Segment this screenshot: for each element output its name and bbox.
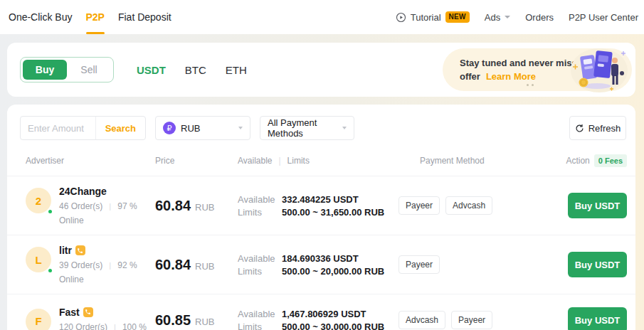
online-status: Online — [59, 275, 137, 284]
currency-select[interactable]: ₽ RUB — [155, 116, 250, 140]
orders-link[interactable]: Orders — [525, 12, 554, 23]
payment-methods: AdvcashPayeer — [398, 311, 561, 329]
buy-sell-toggle: Buy Sell — [20, 57, 114, 82]
payment-method-tag: Payeer — [398, 196, 440, 215]
price-currency: RUB — [195, 202, 214, 213]
orders-label: Orders — [525, 12, 554, 23]
phone-verified-icon — [83, 307, 93, 317]
tutorial-link[interactable]: Tutorial NEW — [396, 11, 470, 23]
price-currency: RUB — [195, 261, 214, 272]
payment-method-select[interactable]: All Payment Methods — [260, 116, 354, 140]
play-circle-icon — [396, 12, 406, 23]
available-value: 1,467.806929 USDT — [282, 309, 366, 319]
action-cell: Buy USDT — [561, 252, 627, 277]
limits-value: 500.00 ~ 31,650.00 RUB — [282, 207, 384, 218]
payment-method-value: All Payment Methods — [268, 117, 338, 139]
nav-actions: Tutorial NEW Ads Orders P2P User Center — [396, 11, 638, 23]
price-cell: 60.85 RUB — [155, 312, 238, 329]
online-dot — [47, 208, 53, 215]
advertiser-name[interactable]: Fast — [59, 307, 147, 318]
coin-tab-btc[interactable]: BTC — [185, 64, 206, 76]
limits-value: 500.00 ~ 30,000.00 RUB — [282, 321, 384, 330]
action-cell: Buy USDT — [561, 307, 627, 330]
p2p-user-center-link[interactable]: P2P User Center — [569, 12, 638, 23]
limits-value: 500.00 ~ 20,000.00 RUB — [282, 266, 384, 277]
user-center-label: P2P User Center — [569, 12, 638, 23]
advertiser-name[interactable]: litr — [59, 245, 137, 256]
advertiser-cell: 2 24Change 46 Order(s)|97 % Online — [26, 186, 155, 225]
offer-row: 2 24Change 46 Order(s)|97 % Online 60.84… — [7, 176, 635, 235]
action-cell: Buy USDT — [561, 193, 627, 218]
available-value: 184.690336 USDT — [282, 253, 359, 264]
advertiser-stats: 120 Order(s)|100 % — [59, 322, 147, 330]
currency-value: RUB — [181, 123, 200, 134]
tab-one-click-buy[interactable]: One-Click Buy — [9, 0, 72, 34]
avatar[interactable]: L — [26, 247, 51, 272]
limits-label: Limits — [238, 266, 276, 277]
payment-methods: Payeer — [398, 255, 561, 274]
top-nav: One-Click Buy P2P Fiat Deposit Tutorial … — [0, 0, 644, 34]
price-value: 60.84 — [155, 198, 191, 214]
buy-toggle-button[interactable]: Buy — [23, 60, 67, 80]
limits-label: Limits — [238, 321, 276, 330]
chevron-down-icon — [342, 127, 347, 129]
available-limits-cell: Available 184.690336 USDT Limits 500.00 … — [238, 251, 398, 279]
advertiser-cell: L litr 39 Order(s)|92 % Online — [26, 245, 155, 284]
available-limits-cell: Available 1,467.806929 USDT Limits 500.0… — [238, 307, 398, 330]
tab-p2p[interactable]: P2P — [85, 0, 104, 34]
header-price: Price — [155, 156, 238, 166]
buy-usdt-button[interactable]: Buy USDT — [568, 307, 627, 330]
offer-row: L litr 39 Order(s)|92 % Online 60.84 RUB — [7, 235, 635, 294]
carousel-dots — [527, 84, 534, 86]
payment-method-tag: Advcash — [445, 196, 492, 215]
ads-menu[interactable]: Ads — [485, 12, 510, 23]
payment-method-tag: Advcash — [398, 311, 445, 329]
payment-method-tag: Payeer — [398, 255, 440, 274]
offer-list: 2 24Change 46 Order(s)|97 % Online 60.84… — [7, 176, 635, 330]
zero-fees-badge: 0 Fees — [594, 154, 627, 167]
nav-tabs: One-Click Buy P2P Fiat Deposit — [9, 0, 171, 34]
learn-more-link[interactable]: Learn More — [486, 71, 536, 82]
table-header: Advertiser Price Available|Limits Paymen… — [7, 149, 635, 176]
coin-tab-eth[interactable]: ETH — [226, 64, 247, 76]
price-value: 60.85 — [155, 312, 191, 329]
header-advertiser: Advertiser — [26, 156, 155, 166]
refresh-icon — [575, 124, 584, 133]
ads-label: Ads — [485, 12, 500, 23]
advertiser-stats: 39 Order(s)|92 % — [59, 260, 137, 270]
header-payment-method: Payment Method — [398, 156, 561, 166]
new-badge: NEW — [445, 11, 470, 23]
advertiser-stats: 46 Order(s)|97 % — [59, 201, 137, 211]
payment-method-tag: Payeer — [451, 311, 492, 329]
limits-label: Limits — [238, 207, 276, 218]
trade-panel: Buy Sell USDT BTC ETH Stay tuned and nev… — [7, 43, 635, 97]
buy-usdt-button[interactable]: Buy USDT — [568, 252, 627, 277]
advertiser-name[interactable]: 24Change — [59, 186, 137, 197]
online-status: Online — [59, 215, 137, 225]
ruble-currency-icon: ₽ — [163, 122, 176, 134]
amount-input[interactable] — [21, 123, 95, 134]
available-value: 332.484225 USDT — [282, 194, 359, 205]
buy-usdt-button[interactable]: Buy USDT — [568, 193, 627, 218]
chevron-down-icon — [505, 16, 510, 18]
coin-tab-usdt[interactable]: USDT — [137, 64, 166, 76]
tab-fiat-deposit[interactable]: Fiat Deposit — [118, 0, 171, 34]
refresh-button[interactable]: Refresh — [569, 116, 626, 140]
page-content: Buy Sell USDT BTC ETH Stay tuned and nev… — [0, 34, 644, 330]
avatar[interactable]: 2 — [26, 188, 51, 213]
search-button[interactable]: Search — [95, 117, 145, 139]
banner-text-line1: Stay tuned and never miss any — [460, 56, 632, 70]
header-action: Action 0 Fees — [561, 154, 627, 167]
price-currency: RUB — [195, 316, 214, 327]
banner-text-line2: offerLearn More — [460, 70, 632, 83]
advertiser-cell: F Fast 120 Order(s)|100 % — [26, 307, 155, 330]
price-cell: 60.84 RUB — [155, 198, 238, 214]
refresh-label: Refresh — [588, 123, 621, 134]
filter-bar: Search ₽ RUB All Payment Methods Refresh — [7, 105, 635, 149]
price-cell: 60.84 RUB — [155, 257, 238, 273]
tutorial-label: Tutorial — [411, 12, 441, 23]
sell-toggle-button[interactable]: Sell — [67, 60, 111, 80]
phone-verified-icon — [75, 245, 85, 255]
available-label: Available — [238, 253, 276, 264]
avatar[interactable]: F — [26, 309, 51, 330]
